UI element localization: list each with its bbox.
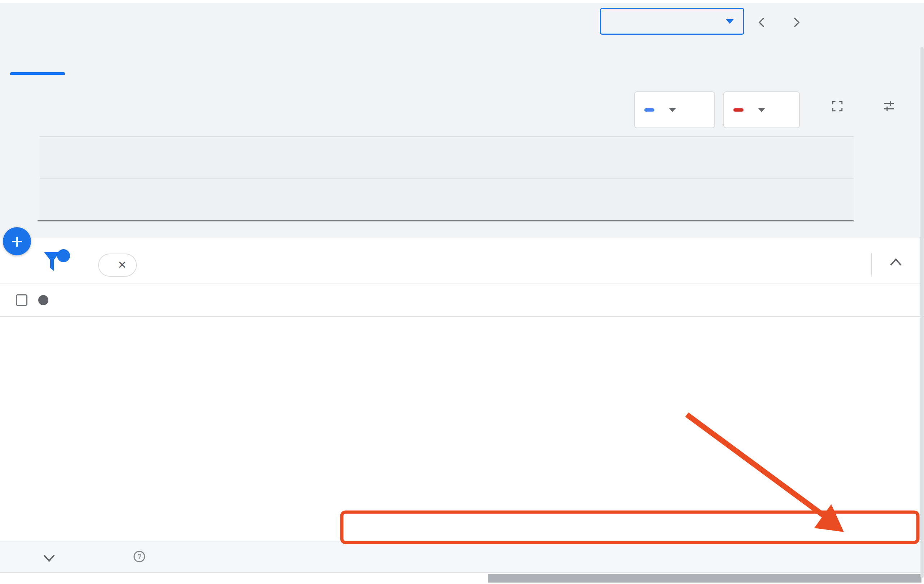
date-range-picker[interactable] xyxy=(600,8,744,35)
chart-adjust-button[interactable] xyxy=(866,100,912,116)
previous-period-button[interactable] xyxy=(756,16,769,29)
chevron-down-icon xyxy=(726,19,734,24)
metric-selector-cost[interactable] xyxy=(723,91,800,128)
remove-filter-icon[interactable]: ✕ xyxy=(118,260,127,271)
redacted-campaign-names xyxy=(33,320,346,538)
x-axis-line xyxy=(38,220,854,222)
vertical-scrollbar[interactable] xyxy=(921,47,924,578)
filter-chip-clicks[interactable]: ✕ xyxy=(98,253,137,277)
help-icon[interactable]: ? xyxy=(134,551,145,562)
next-period-button[interactable] xyxy=(790,16,803,29)
total-account-row: ? xyxy=(0,541,924,573)
metric-selector-clicks[interactable] xyxy=(634,91,715,128)
time-series-chart-plot-area xyxy=(40,136,854,221)
chevron-down-icon xyxy=(669,108,676,112)
toolbar-divider xyxy=(871,253,872,277)
gridline-400 xyxy=(40,136,854,137)
add-campaign-fab[interactable]: + xyxy=(3,227,31,255)
chevron-down-icon xyxy=(758,108,765,112)
expand-icon xyxy=(831,100,844,112)
campaign-status-dot-icon[interactable] xyxy=(38,295,48,305)
filter-count-badge xyxy=(57,249,70,262)
gridline-200 xyxy=(40,179,854,179)
collapse-table-chevron-up-icon[interactable] xyxy=(889,257,903,266)
redacted-campaign-name xyxy=(21,513,282,539)
clicks-series-swatch xyxy=(644,108,654,112)
horizontal-scrollbar-thumb[interactable] xyxy=(488,574,921,582)
google-ads-campaigns-page: + ✕ ? xyxy=(0,0,924,584)
active-tab-underline xyxy=(10,72,65,75)
select-all-checkbox[interactable] xyxy=(16,294,27,306)
adjust-sliders-icon xyxy=(883,100,896,112)
expand-total-chevron-down-icon[interactable] xyxy=(42,554,56,562)
chart-expand-button[interactable] xyxy=(814,100,861,116)
cost-series-swatch xyxy=(733,108,744,112)
